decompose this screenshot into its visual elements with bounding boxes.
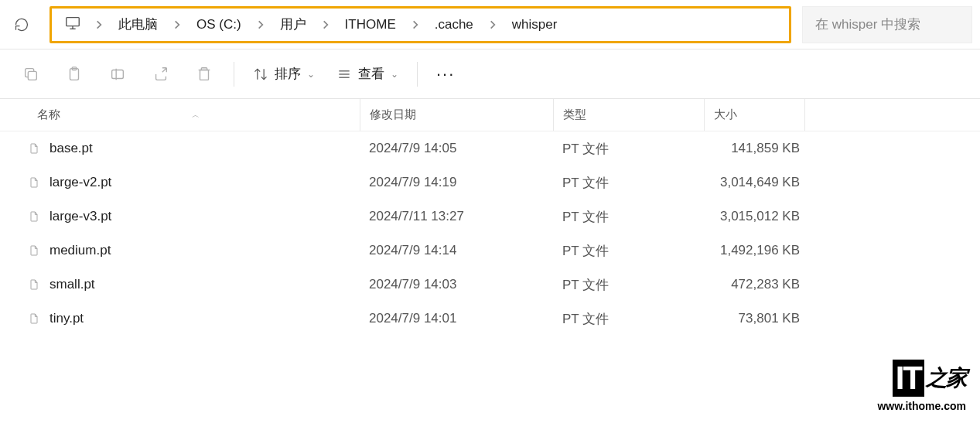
- file-row[interactable]: tiny.pt2024/7/9 14:01PT 文件73,801 KB: [0, 302, 980, 336]
- refresh-button[interactable]: [0, 17, 43, 32]
- column-type-label: 类型: [563, 107, 586, 122]
- trash-icon: [196, 66, 213, 83]
- delete-button[interactable]: [183, 57, 226, 91]
- file-date: 2024/7/9 14:05: [360, 141, 553, 156]
- file-type: PT 文件: [553, 276, 704, 294]
- crumb-cache[interactable]: .cache: [427, 12, 481, 37]
- svg-rect-0: [67, 18, 80, 26]
- column-header-date[interactable]: 修改日期: [360, 99, 553, 131]
- file-row[interactable]: large-v2.pt2024/7/9 14:19PT 文件3,014,649 …: [0, 165, 980, 200]
- crumb-this-pc[interactable]: 此电脑: [111, 11, 166, 38]
- column-name-label: 名称: [37, 107, 60, 122]
- file-list: base.pt2024/7/9 14:05PT 文件141,859 KBlarg…: [0, 131, 980, 336]
- crumb-os-c[interactable]: OS (C:): [189, 12, 249, 37]
- more-icon: ···: [436, 64, 455, 84]
- view-label: 查看: [358, 65, 384, 83]
- sort-icon: [253, 67, 268, 82]
- file-name: large-v2.pt: [50, 175, 111, 190]
- paste-button[interactable]: [53, 57, 96, 91]
- file-type: PT 文件: [553, 242, 704, 260]
- column-date-label: 修改日期: [370, 107, 416, 122]
- watermark-it: IT: [893, 360, 924, 397]
- watermark-url: www.ithome.com: [877, 400, 966, 412]
- column-size-label: 大小: [714, 107, 737, 122]
- file-row[interactable]: medium.pt2024/7/9 14:14PT 文件1,492,196 KB: [0, 234, 980, 268]
- address-bar: 此电脑 OS (C:) 用户 ITHOME .cache whisper 在 w…: [0, 0, 980, 49]
- crumb-ithome[interactable]: ITHOME: [337, 12, 404, 37]
- watermark-suffix: 之家: [926, 363, 966, 393]
- file-date: 2024/7/11 13:27: [360, 209, 553, 224]
- file-name: medium.pt: [50, 243, 111, 258]
- file-row[interactable]: base.pt2024/7/9 14:05PT 文件141,859 KB: [0, 131, 980, 165]
- file-icon: [28, 209, 40, 224]
- toolbar: 排序 ⌄ 查看 ⌄ ···: [0, 49, 980, 99]
- sort-button[interactable]: 排序 ⌄: [242, 59, 326, 89]
- pc-icon: [64, 15, 81, 34]
- rename-icon: [109, 66, 126, 83]
- column-header-size[interactable]: 大小: [704, 99, 804, 131]
- column-header-row: 名称 ︿ 修改日期 类型 大小: [0, 99, 980, 131]
- more-button[interactable]: ···: [425, 58, 466, 90]
- svg-rect-8: [200, 70, 209, 80]
- chevron-right-icon[interactable]: [87, 19, 111, 30]
- file-icon: [28, 243, 40, 258]
- chevron-down-icon: ⌄: [391, 69, 398, 80]
- file-icon: [28, 311, 40, 326]
- chevron-right-icon[interactable]: [314, 19, 337, 30]
- chevron-right-icon[interactable]: [404, 19, 427, 30]
- separator: [234, 62, 234, 87]
- copy-button[interactable]: [9, 57, 53, 91]
- rename-button[interactable]: [96, 57, 139, 91]
- file-type: PT 文件: [553, 174, 704, 192]
- svg-rect-6: [112, 70, 124, 78]
- column-header-name[interactable]: 名称 ︿: [0, 107, 360, 122]
- file-date: 2024/7/9 14:01: [360, 311, 553, 326]
- copy-icon: [22, 66, 39, 83]
- file-name: large-v3.pt: [50, 209, 111, 224]
- share-icon: [152, 66, 169, 83]
- view-button[interactable]: 查看 ⌄: [326, 59, 409, 89]
- search-input[interactable]: 在 whisper 中搜索: [802, 6, 972, 43]
- file-date: 2024/7/9 14:03: [360, 277, 553, 292]
- chevron-right-icon[interactable]: [481, 19, 504, 30]
- watermark-logo: IT 之家: [877, 360, 966, 397]
- search-placeholder: 在 whisper 中搜索: [815, 15, 920, 33]
- chevron-right-icon[interactable]: [166, 19, 189, 30]
- crumb-users[interactable]: 用户: [272, 11, 314, 38]
- paste-icon: [66, 66, 83, 83]
- column-header-type[interactable]: 类型: [553, 99, 704, 131]
- file-date: 2024/7/9 14:19: [360, 175, 553, 190]
- file-name: tiny.pt: [50, 311, 84, 326]
- column-header-extra: [804, 99, 980, 131]
- file-row[interactable]: small.pt2024/7/9 14:03PT 文件472,283 KB: [0, 268, 980, 302]
- refresh-icon: [14, 17, 29, 32]
- watermark: IT 之家 www.ithome.com: [877, 360, 966, 412]
- file-icon: [28, 277, 40, 292]
- share-button[interactable]: [139, 57, 183, 91]
- file-type: PT 文件: [553, 140, 704, 158]
- file-icon: [28, 141, 40, 156]
- view-icon: [336, 67, 352, 82]
- file-size: 141,859 KB: [704, 141, 804, 156]
- breadcrumb: 此电脑 OS (C:) 用户 ITHOME .cache whisper: [50, 6, 791, 43]
- file-icon: [28, 175, 40, 190]
- file-name: base.pt: [50, 141, 93, 156]
- file-type: PT 文件: [553, 310, 704, 328]
- file-size: 3,014,649 KB: [704, 175, 804, 190]
- file-size: 73,801 KB: [704, 311, 804, 326]
- file-size: 3,015,012 KB: [704, 209, 804, 224]
- file-row[interactable]: large-v3.pt2024/7/11 13:27PT 文件3,015,012…: [0, 200, 980, 234]
- sort-label: 排序: [275, 65, 301, 83]
- crumb-whisper[interactable]: whisper: [504, 12, 565, 37]
- separator: [417, 62, 418, 87]
- file-size: 1,492,196 KB: [704, 243, 804, 258]
- file-size: 472,283 KB: [704, 277, 804, 292]
- svg-rect-3: [28, 71, 36, 80]
- file-type: PT 文件: [553, 208, 704, 226]
- chevron-down-icon: ⌄: [307, 69, 315, 80]
- chevron-right-icon[interactable]: [249, 19, 272, 30]
- sort-asc-icon: ︿: [192, 110, 200, 121]
- file-name: small.pt: [50, 277, 95, 292]
- file-date: 2024/7/9 14:14: [360, 243, 553, 258]
